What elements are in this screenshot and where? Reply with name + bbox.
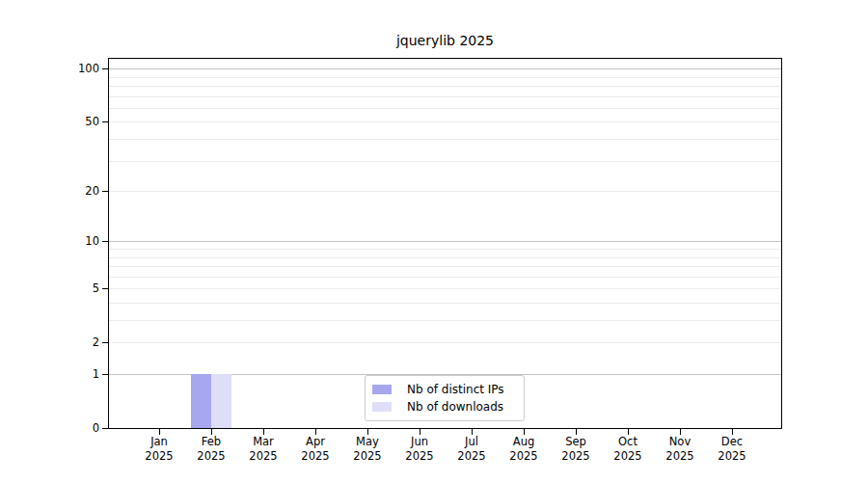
- x-axis-labels: Jan 2025Feb 2025Mar 2025Apr 2025May 2025…: [109, 435, 781, 468]
- minor-gridline: [109, 320, 781, 321]
- minor-gridline: [109, 77, 781, 78]
- minor-gridline: [109, 288, 781, 289]
- x-tick-label: Dec 2025: [701, 435, 763, 464]
- major-gridline: [109, 68, 781, 69]
- minor-gridline: [109, 191, 781, 192]
- minor-gridline: [109, 139, 781, 140]
- y-tick-mark: [102, 428, 108, 429]
- chart-title: jquerylib 2025: [109, 33, 781, 48]
- bar-downloads: [211, 374, 231, 428]
- minor-gridline: [109, 121, 781, 122]
- minor-gridline: [109, 108, 781, 109]
- y-tick-label: 0: [0, 420, 99, 436]
- minor-gridline: [109, 96, 781, 97]
- y-tick-mark: [102, 374, 108, 375]
- y-tick-label: 1: [0, 366, 99, 382]
- legend-swatch-distinct-ips: [372, 385, 392, 394]
- y-tick-label: 10: [0, 233, 99, 249]
- minor-gridline: [109, 342, 781, 343]
- y-tick-mark: [102, 241, 108, 242]
- minor-gridline: [109, 86, 781, 87]
- major-gridline: [109, 241, 781, 242]
- legend-item-downloads: Nb of downloads: [372, 399, 516, 415]
- y-tick-mark: [102, 121, 108, 122]
- legend: Nb of distinct IPs Nb of downloads: [365, 375, 525, 421]
- legend-swatch-downloads: [372, 402, 392, 412]
- legend-label-distinct-ips: Nb of distinct IPs: [407, 382, 504, 397]
- chart-figure: jquerylib 2025 Nb of distinct IPs Nb of …: [0, 0, 868, 482]
- minor-gridline: [109, 266, 781, 267]
- y-tick-label: 5: [0, 281, 99, 296]
- y-tick-label: 50: [0, 114, 99, 129]
- y-axis-labels: 0125102050100: [0, 59, 99, 428]
- minor-gridline: [109, 249, 781, 250]
- y-tick-label: 20: [0, 183, 99, 199]
- bar-distinct-ips: [191, 374, 211, 428]
- legend-label-downloads: Nb of downloads: [407, 399, 503, 415]
- minor-gridline: [109, 277, 781, 278]
- y-tick-mark: [102, 288, 108, 289]
- plot-area: Nb of distinct IPs Nb of downloads: [108, 58, 782, 429]
- y-tick-label: 2: [0, 335, 99, 350]
- minor-gridline: [109, 161, 781, 162]
- legend-item-distinct-ips: Nb of distinct IPs: [372, 382, 516, 397]
- minor-gridline: [109, 303, 781, 304]
- y-tick-mark: [102, 342, 108, 343]
- y-tick-mark: [102, 191, 108, 192]
- minor-gridline: [109, 257, 781, 258]
- y-tick-label: 100: [0, 61, 99, 76]
- y-tick-mark: [102, 68, 108, 69]
